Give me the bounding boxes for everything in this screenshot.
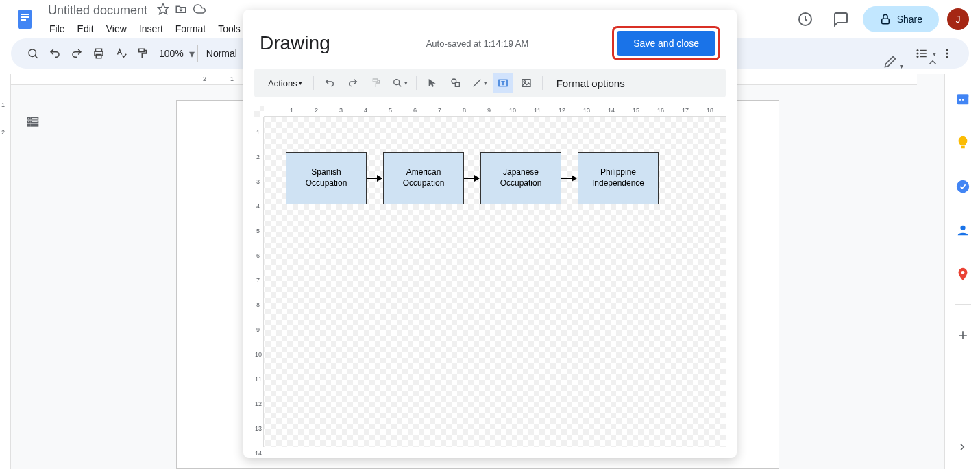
save-close-highlight: Save and close — [612, 26, 720, 60]
svg-rect-38 — [455, 82, 459, 86]
modal-header: Drawing Auto-saved at 1:14:19 AM Save an… — [243, 10, 737, 69]
svg-point-36 — [393, 80, 399, 85]
canvas-ruler-left: 1 2 3 4 5 6 7 8 9 10 11 12 13 14 — [254, 117, 264, 447]
drawing-modal: Drawing Auto-saved at 1:14:19 AM Save an… — [243, 10, 737, 458]
shape-tool-icon[interactable] — [445, 73, 466, 93]
flow-box-philippine[interactable]: Philippine Independence — [578, 152, 659, 204]
redo-icon[interactable] — [343, 73, 363, 93]
modal-overlay: Drawing Auto-saved at 1:14:19 AM Save an… — [0, 0, 980, 469]
autosave-text: Auto-saved at 1:14:19 AM — [426, 38, 529, 49]
svg-point-41 — [524, 81, 526, 83]
drawing-canvas[interactable]: 1 2 3 4 5 6 7 8 9 10 11 12 13 14 15 16 1… — [254, 106, 726, 447]
flow-box-japanese[interactable]: Japanese Occupation — [480, 152, 561, 204]
flow-arrow[interactable] — [367, 178, 382, 179]
line-tool-icon[interactable]: ▾ — [469, 73, 490, 93]
format-options-button[interactable]: Format options — [556, 77, 625, 89]
modal-title: Drawing — [260, 32, 330, 54]
zoom-icon[interactable]: ▾ — [389, 73, 411, 93]
canvas-ruler-top: 1 2 3 4 5 6 7 8 9 10 11 12 13 14 15 16 1… — [264, 106, 726, 117]
flow-box-american[interactable]: American Occupation — [383, 152, 464, 204]
flow-arrow[interactable] — [561, 178, 576, 179]
flow-box-spanish[interactable]: Spanish Occupation — [286, 152, 367, 204]
paint-format-icon[interactable] — [366, 73, 387, 93]
undo-icon[interactable] — [319, 73, 340, 93]
save-and-close-button[interactable]: Save and close — [617, 31, 715, 56]
canvas-content[interactable]: Spanish Occupation American Occupation J… — [264, 117, 726, 447]
drawing-toolbar: Actions ▾ ▾ — [254, 69, 726, 97]
flow-arrow[interactable] — [464, 178, 479, 179]
textbox-tool-icon[interactable] — [493, 73, 513, 93]
select-tool-icon[interactable] — [422, 73, 443, 93]
image-tool-icon[interactable] — [516, 73, 537, 93]
svg-rect-35 — [373, 79, 378, 82]
actions-dropdown[interactable]: Actions ▾ — [262, 73, 308, 93]
